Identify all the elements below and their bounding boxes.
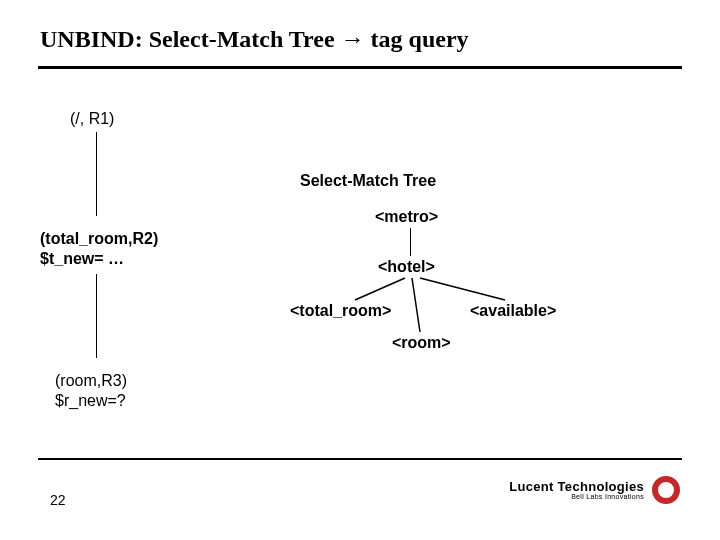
tag-total-room: <total_room> (290, 302, 391, 320)
svg-line-1 (420, 278, 505, 300)
lucent-logo-sub: Bell Labs Innovations (571, 493, 644, 500)
lucent-logo: Lucent Technologies Bell Labs Innovation… (509, 476, 680, 504)
tag-room: <room> (392, 334, 451, 352)
footer-rule (38, 458, 682, 460)
page-number: 22 (50, 492, 66, 508)
lucent-logo-text: Lucent Technologies Bell Labs Innovation… (509, 480, 644, 500)
svg-line-2 (412, 278, 420, 332)
tag-available: <available> (470, 302, 556, 320)
lucent-ring-icon (652, 476, 680, 504)
svg-line-0 (355, 278, 405, 300)
lucent-logo-main: Lucent Technologies (509, 480, 644, 493)
